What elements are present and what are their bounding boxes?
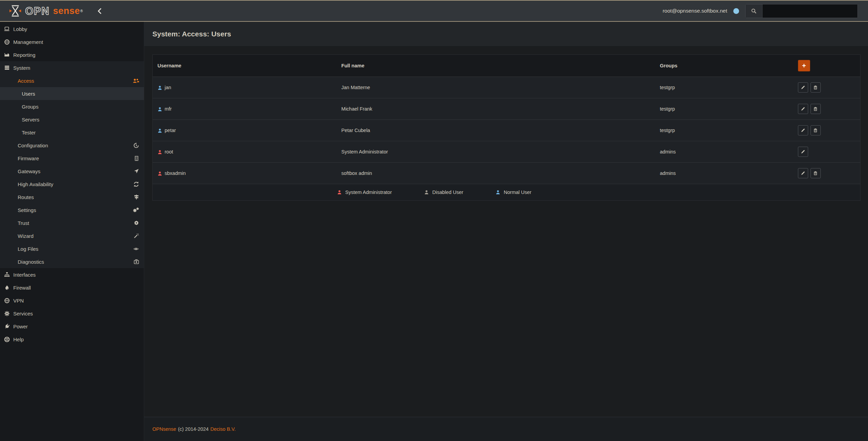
pencil-icon	[801, 85, 805, 90]
delete-user-button[interactable]	[811, 125, 821, 135]
col-username[interactable]: Username	[153, 55, 337, 77]
full-name: Jan Matterne	[337, 77, 655, 98]
history-icon	[133, 143, 139, 148]
sidebar-item-servers[interactable]: Servers	[0, 113, 144, 126]
admin-user-icon	[337, 190, 342, 195]
table-row[interactable]: sbxadmin softbox admin admins	[153, 163, 861, 184]
signpost-icon	[134, 194, 139, 200]
certificate-icon	[134, 220, 139, 226]
sidebar-item-trust[interactable]: Trust	[0, 216, 144, 229]
sidebar-item-lobby[interactable]: Lobby	[0, 22, 144, 35]
sidebar-item-vpn[interactable]: VPN	[0, 294, 144, 307]
page-header: System: Access: Users	[144, 22, 868, 47]
status-indicator-dot[interactable]	[733, 8, 739, 14]
search-input[interactable]	[763, 4, 857, 18]
area-chart-icon	[3, 52, 11, 58]
pencil-icon	[801, 171, 805, 176]
sidebar-item-log-files[interactable]: Log Files	[0, 242, 144, 255]
sidebar-item-gateways[interactable]: Gateways	[0, 165, 144, 178]
sidebar-item-system[interactable]: System	[0, 61, 144, 74]
sidebar-item-configuration[interactable]: Configuration	[0, 139, 144, 152]
normal-user-icon	[157, 128, 162, 133]
sidebar-item-power[interactable]: Power	[0, 320, 144, 333]
sidebar-item-wizard[interactable]: Wizard	[0, 229, 144, 242]
copyright-text: (c) 2014-2024	[178, 426, 208, 432]
users-table: Username Full name Groups + jan Jan Matt…	[152, 54, 861, 201]
navbar: OPN sense ® root@opnsense.softbox.net	[0, 1, 868, 21]
groups: admins	[655, 163, 793, 184]
brand-sense-text: sense	[53, 6, 80, 16]
sidebar-item-groups[interactable]: Groups	[0, 100, 144, 113]
plug-icon	[3, 324, 11, 329]
footer: OPNsense (c) 2014-2024 Deciso B.V.	[144, 417, 868, 441]
registered-mark: ®	[80, 9, 83, 13]
groups: testgrp	[655, 77, 793, 98]
disabled-user-icon	[424, 190, 429, 195]
delete-user-button[interactable]	[811, 168, 821, 178]
delete-user-button[interactable]	[811, 104, 821, 114]
groups: admins	[655, 141, 793, 163]
sidebar-item-users[interactable]: Users	[0, 87, 144, 100]
opnsense-logo[interactable]: OPN sense ®	[9, 4, 83, 17]
legend-item: System Administrator	[337, 190, 392, 195]
opnsense-footer-link[interactable]: OPNsense	[152, 426, 176, 432]
users-icon	[133, 78, 139, 83]
admin-user-icon	[157, 150, 162, 154]
fire-icon	[3, 285, 11, 291]
navbar-bottom-line	[0, 21, 868, 22]
sidebar-item-management[interactable]: Management	[0, 35, 144, 48]
edit-user-button[interactable]	[798, 82, 808, 93]
col-full-name[interactable]: Full name	[337, 55, 655, 77]
eye-icon	[133, 246, 139, 251]
sidebar-item-diagnostics[interactable]: Diagnostics	[0, 255, 144, 268]
laptop-icon	[3, 26, 11, 32]
trash-icon	[813, 85, 818, 90]
admin-user-icon	[157, 171, 162, 176]
globe-icon	[3, 39, 11, 45]
pencil-icon	[801, 107, 805, 111]
col-groups[interactable]: Groups	[655, 55, 793, 77]
table-row[interactable]: petar Petar Cubela testgrp	[153, 120, 861, 141]
full-name: Michael Frank	[337, 98, 655, 120]
legend-item: Disabled User	[424, 190, 463, 195]
trash-icon	[813, 171, 818, 176]
edit-user-button[interactable]	[798, 104, 808, 114]
life-ring-icon	[3, 337, 11, 342]
normal-user-icon	[157, 85, 162, 90]
username: petar	[165, 128, 176, 133]
full-name: Petar Cubela	[337, 120, 655, 141]
sidebar-item-services[interactable]: Services	[0, 307, 144, 320]
brand-opn-text: OPN	[25, 5, 54, 17]
refresh-icon	[133, 181, 139, 187]
sidebar-item-tester[interactable]: Tester	[0, 126, 144, 139]
search-icon	[746, 4, 763, 18]
groups: testgrp	[655, 120, 793, 141]
sidebar-item-firmware[interactable]: Firmware	[0, 152, 144, 165]
add-user-button[interactable]: +	[798, 60, 810, 71]
sidebar-item-help[interactable]: Help	[0, 333, 144, 346]
pencil-icon	[801, 128, 805, 133]
svg-text:OPN: OPN	[25, 5, 50, 17]
deciso-footer-link[interactable]: Deciso B.V.	[210, 426, 235, 432]
building-icon	[134, 156, 139, 161]
edit-user-button[interactable]	[798, 147, 808, 157]
sidebar-item-high-availability[interactable]: High Availability	[0, 178, 144, 191]
username: mfr	[165, 106, 172, 112]
sidebar-item-firewall[interactable]: Firewall	[0, 281, 144, 294]
sidebar-item-interfaces[interactable]: Interfaces	[0, 268, 144, 281]
page-title: System: Access: Users	[152, 30, 231, 38]
table-header-row: Username Full name Groups +	[153, 55, 861, 77]
sidebar-item-reporting[interactable]: Reporting	[0, 48, 144, 61]
sitemap-icon	[3, 272, 11, 277]
logged-in-user[interactable]: root@opnsense.softbox.net	[663, 8, 727, 14]
delete-user-button[interactable]	[811, 82, 821, 93]
table-row[interactable]: mfr Michael Frank testgrp	[153, 98, 861, 120]
sidebar-item-routes[interactable]: Routes	[0, 191, 144, 203]
table-row[interactable]: jan Jan Matterne testgrp	[153, 77, 861, 98]
sidebar-item-access[interactable]: Access	[0, 74, 144, 87]
edit-user-button[interactable]	[798, 168, 808, 178]
table-row[interactable]: root System Administrator admins	[153, 141, 861, 163]
edit-user-button[interactable]	[798, 125, 808, 135]
sidebar-item-settings[interactable]: Settings	[0, 203, 144, 216]
sidebar-collapse-button[interactable]	[98, 8, 101, 14]
